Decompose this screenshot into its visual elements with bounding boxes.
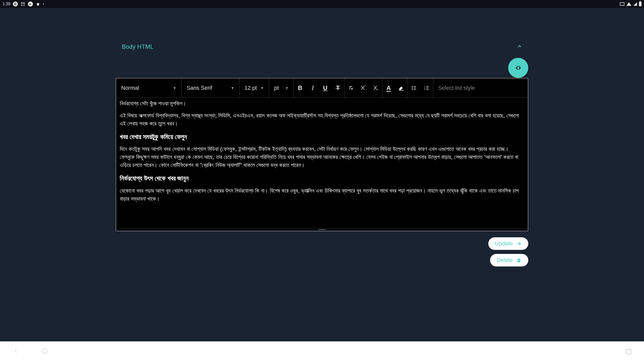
status-left: 1:39 G ▸ (3, 2, 44, 7)
text-style-group: B I U T (294, 78, 344, 97)
svg-point-0 (412, 86, 413, 87)
wifi-icon (626, 2, 631, 6)
svg-point-1 (412, 87, 413, 88)
numbered-list-button[interactable]: 123 (420, 78, 433, 97)
svg-rect-3 (414, 86, 416, 87)
chevron-up-icon[interactable] (517, 43, 522, 50)
color-group: A (382, 78, 408, 97)
arrow-right-icon (516, 241, 522, 246)
svg-rect-4 (414, 88, 416, 88)
underline-button[interactable]: U (319, 78, 332, 97)
google-icon: G (13, 2, 18, 7)
content-paragraph: এই বিষয়ে অক্সফোর্ড বিশ্ববিদ্যালয়, বিশ্… (120, 112, 524, 128)
svg-point-2 (412, 89, 413, 90)
home-icon[interactable] (42, 348, 48, 356)
nav-left (13, 348, 48, 356)
code-view-toggle-button[interactable] (508, 58, 528, 78)
paragraph-style-select[interactable]: Normal ▼ (116, 78, 182, 97)
paragraph-style-value: Normal (121, 85, 139, 91)
back-icon[interactable] (13, 348, 19, 356)
text-color-button[interactable]: A (382, 78, 395, 97)
font-size-value: 12 pt (245, 85, 257, 91)
strikethrough-icon: T (336, 84, 340, 92)
strikethrough-button[interactable]: T (332, 78, 344, 97)
svg-rect-14 (518, 260, 519, 261)
subscript-base: X (374, 85, 377, 91)
highlight-color-button[interactable] (395, 78, 408, 97)
android-nav-bar (0, 341, 644, 362)
content-paragraph: দিনে কতটুকু সময় আপনি খবর দেখবেন বা সোশ্… (120, 145, 524, 169)
svg-text:3: 3 (424, 88, 425, 90)
svg-rect-9 (426, 86, 429, 87)
superscript-button[interactable]: X² (357, 78, 370, 97)
svg-rect-5 (414, 89, 416, 90)
dropdown-arrow-icon: ▼ (285, 86, 289, 90)
cast-icon (620, 2, 624, 6)
more-notifications-dot (43, 4, 44, 5)
mail-icon (20, 2, 25, 7)
font-family-select[interactable]: Sans Serif ▼ (182, 78, 239, 97)
resize-handle[interactable] (116, 228, 528, 231)
rich-text-editor: Normal ▼ Sans Serif ▼ 12 pt ▼ pt ▼ B (116, 78, 528, 231)
list-style-select[interactable]: Select list style (433, 78, 528, 97)
content-heading: খবর দেখার সময়টুকু কমিয়ে ফেলুন (120, 132, 524, 142)
text-color-icon: A (386, 84, 391, 92)
bold-button[interactable]: B (294, 78, 306, 97)
highlight-icon (398, 84, 405, 92)
svg-rect-10 (426, 88, 429, 88)
editor-toolbar: Normal ▼ Sans Serif ▼ 12 pt ▼ pt ▼ B (116, 78, 528, 98)
update-label: Update (495, 240, 513, 247)
svg-rect-13 (517, 259, 520, 259)
list-style-placeholder: Select list style (438, 85, 475, 91)
subscript-button[interactable]: X₂ (370, 78, 382, 97)
list-group: 123 (408, 78, 433, 97)
bullet-list-button[interactable] (408, 78, 420, 97)
clear-format-button[interactable] (344, 78, 357, 97)
grip-icon (318, 229, 326, 230)
size-unit-select[interactable]: pt ▼ (269, 78, 294, 97)
script-group: X² X₂ (344, 78, 382, 97)
dropdown-arrow-icon: ▼ (231, 86, 234, 90)
delete-button[interactable]: Delete (490, 254, 528, 266)
svg-point-15 (43, 348, 48, 353)
content-heading: নির্ভরযোগ্য উৎস থেকে খবর জানুন (120, 174, 524, 183)
section-header[interactable]: Body HTML (116, 43, 528, 50)
editor-content-area[interactable]: নির্ভরযোগ্য সেটা খুঁজে পাওয়া মুশকিল। এই… (116, 98, 528, 228)
status-right (620, 2, 641, 6)
nav-right (626, 349, 631, 354)
dropdown-arrow-icon: ▼ (173, 86, 176, 90)
content-wrap: Body HTML Normal ▼ Sans Serif ▼ (116, 43, 528, 341)
battery-icon (639, 2, 641, 6)
delete-label: Delete (497, 257, 513, 263)
superscript-base: X (361, 85, 365, 91)
dropdown-arrow-icon: ▼ (260, 86, 264, 90)
svg-rect-11 (426, 89, 429, 90)
size-unit-value: pt (274, 85, 279, 91)
status-time: 1:39 (3, 2, 10, 6)
play-icon: ▸ (28, 2, 33, 7)
content-paragraph: যেকোনো খবর পড়ার আগে খুব খেয়াল করে দেখব… (120, 187, 524, 203)
recents-icon[interactable] (626, 349, 631, 354)
content-paragraph: নির্ভরযোগ্য সেটা খুঁজে পাওয়া মুশকিল। (120, 100, 524, 108)
font-size-select[interactable]: 12 pt ▼ (239, 78, 269, 97)
main-area: Body HTML Normal ▼ Sans Serif ▼ (0, 8, 644, 341)
store-icon (35, 2, 41, 7)
signal-icon (633, 2, 637, 6)
italic-button[interactable]: I (306, 78, 319, 97)
section-title: Body HTML (122, 43, 154, 50)
font-family-value: Sans Serif (187, 85, 212, 91)
update-button[interactable]: Update (488, 237, 528, 250)
android-status-bar: 1:39 G ▸ (0, 0, 644, 8)
trash-icon (516, 257, 522, 263)
action-buttons: Update Delete (116, 237, 528, 266)
